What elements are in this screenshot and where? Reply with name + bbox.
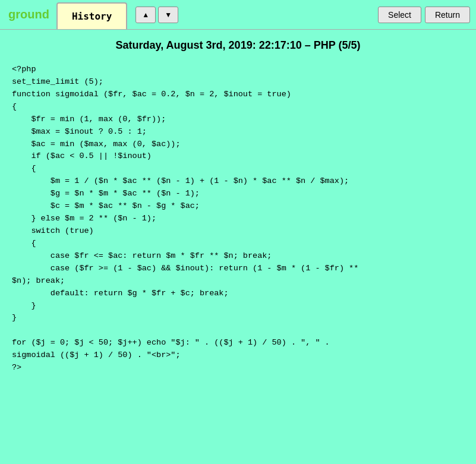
nav-up-button[interactable]: ▲ [135,7,156,23]
logo-text: ground [8,8,49,21]
spacer [181,0,376,29]
top-bar: ground History ▲ ▼ Select Return [0,0,476,30]
action-buttons: Select Return [378,0,472,29]
code-block: <?php set_time_limit (5); function sigmo… [12,64,464,374]
nav-down-button[interactable]: ▼ [158,7,178,23]
date-header: Saturday, August 3rd, 2019: 22:17:10 – P… [12,39,464,52]
content-area: Saturday, August 3rd, 2019: 22:17:10 – P… [0,30,476,384]
nav-buttons: ▲ ▼ [135,0,178,29]
select-button[interactable]: Select [378,7,421,23]
tab-history[interactable]: History [56,2,127,29]
logo-area: ground [4,0,54,29]
return-button[interactable]: Return [425,7,470,23]
